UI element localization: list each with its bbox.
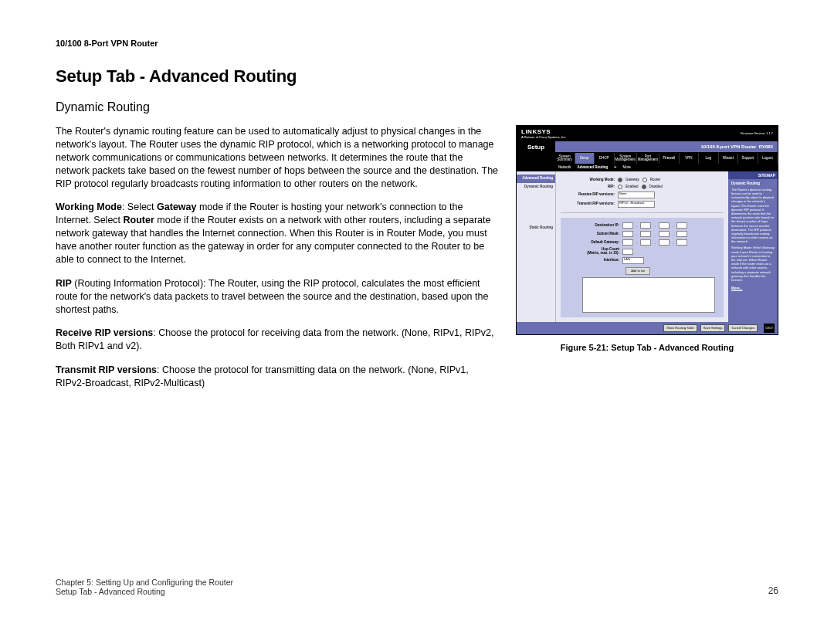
rip-paragraph: RIP (Routing Information Protocol): The … [56, 277, 499, 317]
model-title: 10/100 8-port VPN Router RV082 [555, 141, 778, 153]
gw-3[interactable] [659, 239, 670, 246]
cancel-changes-button[interactable]: Cancel Changes [728, 324, 758, 332]
opt-gateway: Gateway [626, 178, 639, 182]
tab-system-management[interactable]: System Management [615, 153, 637, 164]
tab-vpn[interactable]: VPN [680, 153, 700, 164]
setup-title: Setup [517, 141, 555, 153]
subtab-more[interactable]: More [622, 166, 630, 170]
subtab-advanced-routing[interactable]: Advanced Routing [578, 166, 609, 170]
tab-dhcp[interactable]: DHCP [595, 153, 615, 164]
subnet-3[interactable] [659, 231, 670, 237]
lbl-iface: Interface: [565, 259, 619, 263]
lbl-working-mode: Working Mode: [561, 178, 615, 182]
intro-paragraph: The Router's dynamic routing feature can… [56, 125, 499, 190]
destip-1[interactable] [622, 222, 633, 229]
tab-system-summary[interactable]: System Summary [555, 153, 575, 164]
radio-gateway[interactable] [618, 178, 622, 182]
working-mode-paragraph: Working Mode: Select Gateway mode if the… [56, 201, 499, 266]
lbl-destip: Destination IP: [565, 224, 619, 228]
receive-rip-paragraph: Receive RIP versions: Choose the protoco… [56, 327, 499, 353]
show-routing-table-button[interactable]: Show Routing Table [663, 324, 697, 332]
brand-sub: A Division of Cisco Systems, Inc. [521, 135, 566, 139]
tab-port-management[interactable]: Port Management [637, 153, 659, 164]
select-iface[interactable]: LAN [622, 257, 644, 264]
page-footer: Chapter 5: Setting Up and Configuring th… [56, 578, 778, 596]
radio-router[interactable] [642, 178, 647, 182]
lbl-hop: Hop Count(Metric, max. is 15): [565, 248, 619, 255]
gw-1[interactable] [622, 239, 633, 246]
subnet-1[interactable] [622, 231, 633, 237]
save-settings-button[interactable]: Save Settings [700, 324, 726, 332]
page-number: 26 [768, 585, 778, 596]
tab-setup[interactable]: Setup [575, 153, 595, 164]
destip-2[interactable] [640, 222, 651, 229]
lbl-gateway: Default Gateway: [565, 241, 619, 245]
page-title: Setup Tab - Advanced Routing [56, 66, 778, 86]
select-trans[interactable]: RIPv2 - Broadcast [618, 201, 655, 208]
destip-3[interactable] [659, 222, 670, 229]
figure-caption: Figure 5-21: Setup Tab - Advanced Routin… [516, 343, 778, 352]
tab-log[interactable]: Log [699, 153, 719, 164]
hop-input[interactable] [622, 249, 633, 255]
subtab-sep: •• [614, 166, 616, 170]
lbl-recv: Receive RIP versions: [561, 193, 615, 197]
lbl-subnet: Subnet Mask: [565, 232, 619, 236]
sitemap-header: SITEMAP [728, 171, 778, 179]
gw-4[interactable] [676, 239, 687, 246]
tab-support[interactable]: Support [738, 153, 758, 164]
subtab-network[interactable]: Network [558, 166, 571, 170]
opt-router: Router [650, 178, 661, 182]
subnet-2[interactable] [640, 231, 651, 237]
cisco-logo: CISCO [764, 324, 775, 333]
tab-logout[interactable]: Logout [758, 153, 778, 164]
section-heading: Dynamic Routing [56, 100, 778, 114]
lbl-trans: Transmit RIP versions: [561, 202, 615, 206]
subnet-4[interactable] [676, 231, 687, 237]
add-to-list-button[interactable]: Add to list [626, 267, 650, 275]
transmit-rip-paragraph: Transmit RIP versions: Choose the protoc… [56, 364, 499, 390]
footer-crumb: Setup Tab - Advanced Routing [56, 587, 233, 596]
lbl-rip: RIP: [561, 185, 615, 189]
brand-logo: LINKSYS [521, 128, 551, 135]
select-recv[interactable]: None [618, 192, 655, 198]
radio-disabled[interactable] [642, 185, 646, 189]
destip-4[interactable] [676, 222, 687, 229]
side-dynamic[interactable]: Dynamic Routing [517, 184, 555, 191]
radio-enabled[interactable] [618, 185, 622, 189]
side-hdr: Advanced Routing [517, 175, 555, 183]
route-list[interactable] [582, 277, 715, 313]
firmware-label: Firmware Version: 1.1.7 [741, 132, 773, 135]
product-header: 10/100 8-Port VPN Router [56, 39, 778, 48]
footer-chapter: Chapter 5: Setting Up and Configuring th… [56, 578, 233, 587]
sitemap-panel: SITEMAP Dynamic Routing The Router's dyn… [728, 171, 778, 322]
router-ui-screenshot: LINKSYS A Division of Cisco Systems, Inc… [516, 125, 778, 335]
figure-column: LINKSYS A Division of Cisco Systems, Inc… [516, 125, 778, 352]
sitemap-more[interactable]: More... [731, 286, 775, 291]
body-text-column: The Router's dynamic routing feature can… [56, 125, 499, 401]
gw-2[interactable] [640, 239, 651, 246]
tab-firewall[interactable]: Firewall [659, 153, 680, 164]
tab-wizard[interactable]: Wizard [719, 153, 739, 164]
side-static[interactable]: Static Routing [517, 225, 555, 232]
